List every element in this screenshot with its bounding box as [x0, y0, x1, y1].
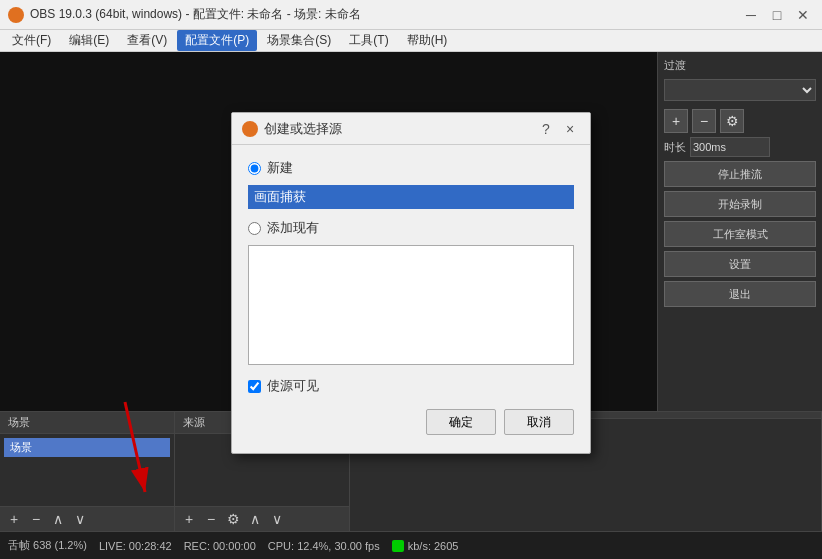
window-controls: ─ □ ✕ — [740, 4, 814, 26]
rec-text: REC: 00:00:00 — [184, 540, 256, 552]
cancel-button[interactable]: 取消 — [504, 409, 574, 435]
dialog-overlay: 创建或选择源 ? × 新建 添加现有 — [0, 52, 822, 531]
menu-bar: 文件(F) 编辑(E) 查看(V) 配置文件(P) 场景集合(S) 工具(T) … — [0, 30, 822, 52]
dialog-title-bar: 创建或选择源 ? × — [232, 113, 590, 145]
title-bar: OBS 19.0.3 (64bit, windows) - 配置文件: 未命名 … — [0, 0, 822, 30]
menu-help[interactable]: 帮助(H) — [399, 30, 456, 51]
kbps-text: kb/s: 2605 — [408, 540, 459, 552]
confirm-button[interactable]: 确定 — [426, 409, 496, 435]
source-name-input[interactable] — [248, 185, 574, 209]
menu-view[interactable]: 查看(V) — [119, 30, 175, 51]
cpu-status: CPU: 12.4%, 30.00 fps — [268, 540, 380, 552]
menu-scene-collection[interactable]: 场景集合(S) — [259, 30, 339, 51]
rec-status: REC: 00:00:00 — [184, 540, 256, 552]
make-visible-checkbox[interactable] — [248, 380, 261, 393]
new-radio[interactable] — [248, 162, 261, 175]
app-icon — [8, 7, 24, 23]
dialog-app-icon — [242, 121, 258, 137]
live-text: LIVE: 00:28:42 — [99, 540, 172, 552]
maximize-button[interactable]: □ — [766, 4, 788, 26]
dialog-close-button[interactable]: × — [560, 119, 580, 139]
live-status: LIVE: 00:28:42 — [99, 540, 172, 552]
existing-radio-label: 添加现有 — [267, 219, 319, 237]
dropped-frames-status: 舌帧 638 (1.2%) — [8, 538, 87, 553]
menu-profile[interactable]: 配置文件(P) — [177, 30, 257, 51]
menu-edit[interactable]: 编辑(E) — [61, 30, 117, 51]
new-radio-row: 新建 — [248, 159, 574, 177]
kbps-status: kb/s: 2605 — [392, 540, 459, 552]
dialog-help-button[interactable]: ? — [536, 119, 556, 139]
existing-sources-list[interactable] — [248, 245, 574, 365]
connection-indicator — [392, 540, 404, 552]
create-source-dialog: 创建或选择源 ? × 新建 添加现有 — [231, 112, 591, 454]
window-title: OBS 19.0.3 (64bit, windows) - 配置文件: 未命名 … — [30, 6, 361, 23]
dialog-title: 创建或选择源 — [264, 120, 342, 138]
existing-radio-row: 添加现有 — [248, 219, 574, 237]
make-visible-row: 使源可见 — [248, 377, 574, 395]
dialog-controls: ? × — [536, 119, 580, 139]
menu-tools[interactable]: 工具(T) — [341, 30, 396, 51]
new-radio-label: 新建 — [267, 159, 293, 177]
cpu-text: CPU: 12.4%, 30.00 fps — [268, 540, 380, 552]
menu-file[interactable]: 文件(F) — [4, 30, 59, 51]
status-bar: 舌帧 638 (1.2%) LIVE: 00:28:42 REC: 00:00:… — [0, 531, 822, 559]
dialog-body: 新建 添加现有 使源可见 确定 取消 — [232, 145, 590, 453]
minimize-button[interactable]: ─ — [740, 4, 762, 26]
existing-radio[interactable] — [248, 222, 261, 235]
close-button[interactable]: ✕ — [792, 4, 814, 26]
dialog-footer: 确定 取消 — [248, 409, 574, 439]
dropped-frames-text: 舌帧 638 (1.2%) — [8, 538, 87, 553]
make-visible-label: 使源可见 — [267, 377, 319, 395]
